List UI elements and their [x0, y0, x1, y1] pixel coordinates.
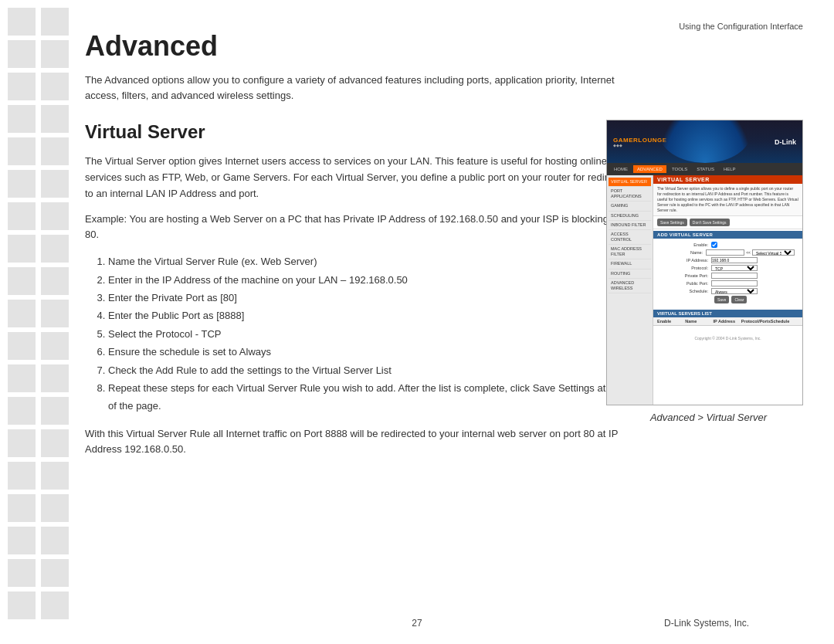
ip-address-input[interactable]: [711, 257, 758, 263]
sidebar-scheduling[interactable]: SCHEDULING: [609, 212, 651, 221]
list-item: Name the Virtual Server Rule (ex. Web Se…: [108, 253, 641, 270]
col-schedule: Schedule: [771, 319, 798, 324]
intro-text: The Advanced options allow you to config…: [85, 73, 641, 105]
form-save-button[interactable]: Save: [714, 296, 729, 303]
sidebar-inbound[interactable]: INBOUND FILTER: [609, 221, 651, 230]
router-body: VIRTUAL SERVER PORT APPLICATIONS GAMING …: [607, 175, 802, 405]
nav-home[interactable]: HOME: [610, 165, 632, 173]
sidebar-mac[interactable]: MAC ADDRESS FILTER: [609, 245, 651, 259]
router-header: GAMERLOUNGE ◆◆◆ D-Link: [607, 120, 802, 163]
router-copyright: Copyright © 2004 D-Link Systems, Inc.: [653, 334, 802, 343]
sidebar-firewall[interactable]: FIREWALL: [609, 259, 651, 269]
schedule-select[interactable]: Always: [711, 288, 758, 294]
col-ip: IP Address: [714, 319, 741, 324]
section-desc2: Example: You are hosting a Web Server on…: [85, 212, 641, 244]
router-section-header: VIRTUAL SERVER: [653, 175, 802, 184]
list-item: Ensure the schedule is set to Always: [108, 343, 641, 361]
form-clear-button[interactable]: Clear: [731, 296, 747, 303]
dont-save-button[interactable]: Don't Save Settings: [690, 219, 730, 226]
page-number: 27: [412, 618, 422, 629]
steps-list: Name the Virtual Server Rule (ex. Web Se…: [108, 253, 641, 415]
screenshot-panel: GAMERLOUNGE ◆◆◆ D-Link HOME ADVANCED TOO…: [606, 120, 811, 423]
router-add-section-header: ADD VIRTUAL SERVER: [653, 231, 802, 239]
nav-help[interactable]: HELP: [720, 165, 740, 173]
content-area: Advanced The Advanced options allow you …: [85, 31, 641, 467]
sidebar-virtual-server[interactable]: VIRTUAL SERVER: [609, 178, 651, 187]
list-item: Enter the Public Port as [8888]: [108, 307, 641, 324]
screenshot-caption: Advanced > Virtual Server: [606, 412, 811, 423]
private-port-input[interactable]: [711, 273, 758, 279]
col-ports: Protocol/Ports: [741, 319, 771, 324]
nav-advanced[interactable]: ADVANCED: [633, 165, 666, 173]
name-select[interactable]: Select Virtual Server: [752, 249, 795, 256]
protocol-label: Protocol:: [669, 266, 711, 270]
sidebar-gaming[interactable]: GAMING: [609, 202, 651, 211]
col-name: Name: [685, 319, 713, 324]
list-item: Check the Add Rule to add the settings t…: [108, 361, 641, 379]
form-action-buttons: Save Clear: [714, 296, 795, 303]
router-form: Enable: Name: << Select Virtual Server I…: [653, 239, 802, 307]
protocol-select[interactable]: TCP UDP: [711, 265, 758, 271]
router-list-section-header: VIRTUAL SERVERS LIST: [653, 310, 802, 317]
schedule-label: Schedule:: [669, 289, 711, 293]
decorative-squares: [0, 0, 77, 644]
list-item: Select the Protocol - TCP: [108, 325, 641, 343]
save-settings-button[interactable]: Save Settings: [657, 219, 687, 226]
name-label: Name:: [669, 250, 706, 255]
sidebar-routing[interactable]: ROUTING: [609, 269, 651, 279]
router-main-panel: VIRTUAL SERVER The Virtual Server option…: [653, 175, 802, 405]
section-desc1: The Virtual Server option gives Internet…: [85, 154, 641, 202]
breadcrumb: Using the Configuration Interface: [679, 22, 803, 31]
sidebar-port-apps[interactable]: PORT APPLICATIONS: [609, 187, 651, 202]
ip-address-label: IP Address:: [669, 258, 711, 263]
router-screenshot: GAMERLOUNGE ◆◆◆ D-Link HOME ADVANCED TOO…: [606, 120, 803, 405]
final-text: With this Virtual Server Rule all Intern…: [85, 426, 641, 459]
list-item: Enter the Private Port as [80]: [108, 289, 641, 307]
router-save-bar: Save Settings Don't Save Settings: [653, 216, 802, 229]
nav-tools[interactable]: TOOLS: [668, 165, 691, 173]
router-section-desc: The Virtual Server option allows you to …: [653, 184, 802, 216]
list-item: Enter in the IP Address of the machine o…: [108, 271, 641, 289]
page-title: Advanced: [85, 31, 641, 62]
enable-checkbox[interactable]: [711, 242, 717, 248]
section-title: Virtual Server: [85, 121, 641, 143]
footer-right: D-Link Systems, Inc.: [664, 618, 749, 629]
enable-label: Enable:: [669, 242, 711, 247]
nav-status[interactable]: STATUS: [693, 165, 718, 173]
router-table-header: Enable Name IP Address Protocol/Ports Sc…: [653, 317, 802, 326]
name-input[interactable]: [706, 249, 744, 256]
sidebar-wireless[interactable]: ADVANCED WIRELESS: [609, 279, 651, 293]
public-port-input[interactable]: [711, 280, 758, 286]
sidebar-access[interactable]: ACCESS CONTROL: [609, 230, 651, 245]
router-sidebar: VIRTUAL SERVER PORT APPLICATIONS GAMING …: [607, 175, 653, 405]
col-enable: Enable: [657, 319, 685, 324]
private-port-label: Private Port:: [669, 273, 711, 278]
public-port-label: Public Port:: [669, 281, 711, 286]
list-item: Repeat these steps for each Virtual Serv…: [108, 379, 641, 415]
router-nav: HOME ADVANCED TOOLS STATUS HELP: [607, 163, 802, 175]
dlink-logo: D-Link: [775, 138, 796, 146]
